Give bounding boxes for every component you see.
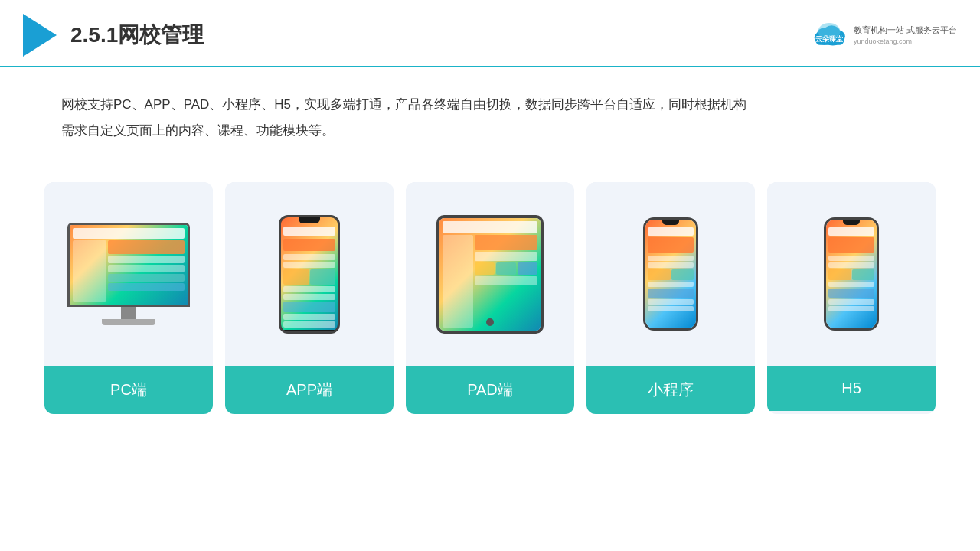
miniprogram-phone [643,217,698,331]
pad-tablet [436,215,544,334]
pad-label: PAD端 [406,366,574,414]
phone-body [279,215,340,334]
brand-text: 教育机构一站 式服务云平台 yunduoketang.com [854,24,957,46]
header: 2.5.1网校管理 云朵课堂 教育机构一站 式服务云平台 yunduoketan… [0,0,980,67]
brand-url: yunduoketang.com [854,37,957,47]
app-image-area [225,182,394,366]
h5-phone-notch [843,220,860,225]
app-label: APP端 [225,366,394,414]
h5-card: H5 [767,182,936,414]
cards-container: PC端 [0,167,980,429]
svg-text:云朵课堂: 云朵课堂 [815,35,843,43]
brand-logo: 云朵课堂 教育机构一站 式服务云平台 yunduoketang.com [811,21,957,49]
monitor-body [67,223,190,307]
description-text: 网校支持PC、APP、PAD、小程序、H5，实现多端打通，产品各终端自由切换，数… [61,97,746,112]
small-phone-screen [645,220,696,328]
pc-label: PC端 [44,366,213,414]
miniprogram-image-area [586,182,755,366]
phone-screen [281,217,338,330]
pad-image-area [406,182,574,366]
header-right: 云朵课堂 教育机构一站 式服务云平台 yunduoketang.com [811,21,957,49]
small-phone-body [643,217,698,331]
h5-phone-body [824,217,879,331]
tablet-home-btn [486,318,494,326]
miniprogram-label: 小程序 [586,366,755,414]
app-card: APP端 [225,182,394,414]
h5-image-area [767,182,936,366]
brand-slogan: 教育机构一站 式服务云平台 [854,24,957,37]
monitor-base [102,319,155,325]
pc-monitor [67,223,190,325]
tablet-screen [439,218,541,331]
small-phone-notch [662,220,679,225]
app-phone [279,215,340,334]
phone-notch [299,217,320,223]
pc-image-area [44,182,213,366]
logo-icon [23,14,57,57]
header-left: 2.5.1网校管理 [23,14,204,57]
monitor-screen [70,225,188,305]
pad-card: PAD端 [406,182,574,414]
h5-phone-screen [826,220,877,328]
description-text-2: 需求自定义页面上的内容、课程、功能模块等。 [61,123,335,138]
pc-card: PC端 [44,182,213,414]
cloud-icon: 云朵课堂 [811,21,848,49]
page-title: 2.5.1网校管理 [70,21,204,50]
h5-label: H5 [767,366,936,411]
monitor-neck [121,307,136,319]
h5-phone [824,217,879,331]
description: 网校支持PC、APP、PAD、小程序、H5，实现多端打通，产品各终端自由切换，数… [0,67,980,159]
tablet-body [436,215,544,334]
miniprogram-card: 小程序 [586,182,755,414]
